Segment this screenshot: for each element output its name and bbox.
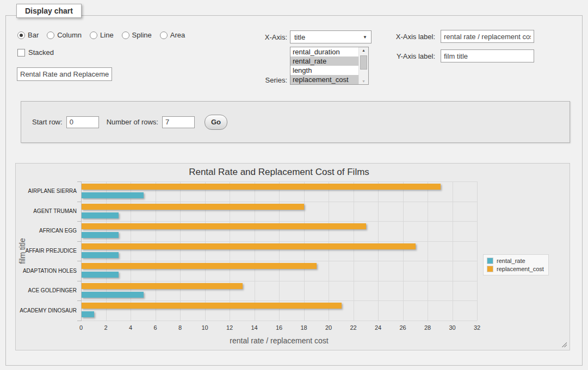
x-tick-label: 30 (442, 324, 463, 331)
gridline (403, 181, 404, 321)
radio-option-column[interactable]: Column (47, 31, 82, 39)
series-option-replacement_cost[interactable]: replacement_cost (290, 75, 361, 84)
series-listbox-label: Series: (228, 76, 287, 84)
number-of-rows-label: Number of rows: (107, 118, 158, 126)
radio-icon[interactable] (160, 32, 168, 39)
gridline (81, 221, 477, 222)
x-tick-label: 32 (466, 324, 488, 331)
axis-tick-mark (77, 221, 81, 222)
legend-label: replacement_cost (497, 266, 544, 272)
bar-replacement_cost-ace-goldfinger[interactable] (82, 283, 243, 289)
go-button[interactable]: Go (205, 115, 227, 130)
x-tick-label: 16 (268, 324, 290, 331)
x-tick-label: 10 (194, 324, 216, 331)
bar-rental_rate-agent-truman[interactable] (82, 212, 119, 218)
bar-rental_rate-airplane-sierra[interactable] (82, 192, 144, 198)
x-axis-label-caption: X-Axis label: (359, 33, 435, 41)
radio-option-area[interactable]: Area (160, 31, 185, 39)
y-axis-label-caption: Y-Axis label: (359, 52, 435, 60)
axis-tick-mark (77, 261, 81, 261)
series-option-rental_duration[interactable]: rental_duration (290, 47, 361, 57)
chart-title: Rental Rate and Replacement Cost of Film… (81, 167, 477, 178)
x-axis-label-input[interactable] (441, 30, 534, 43)
radio-icon[interactable] (90, 32, 97, 39)
x-axis-title: rental rate / replacement cost (81, 336, 477, 345)
stacked-checkbox-row[interactable]: Stacked (17, 48, 54, 57)
start-row-input[interactable] (66, 116, 99, 128)
radio-option-spline[interactable]: Spline (122, 31, 152, 39)
axis-tick-mark (77, 202, 81, 202)
gridline (81, 181, 477, 182)
chart-container: Rental Rate and Replacement Cost of Film… (15, 163, 570, 350)
bar-rental_rate-academy-dinosaur[interactable] (82, 311, 94, 317)
category-label: AGENT TRUMAN (33, 208, 77, 214)
radio-option-line[interactable]: Line (90, 31, 114, 39)
x-tick-label: 8 (169, 324, 191, 331)
radio-icon[interactable] (122, 32, 129, 39)
chart-legend: rental_ratereplacement_cost (483, 254, 549, 275)
bar-rental_rate-ace-goldfinger[interactable] (82, 292, 144, 298)
gridline (354, 181, 354, 321)
gridline (81, 261, 477, 261)
chart-type-radio-group: BarColumnLineSplineArea (17, 31, 185, 39)
bar-rental_rate-african-egg[interactable] (82, 232, 119, 238)
gridline (329, 181, 329, 321)
x-tick-label: 14 (244, 324, 265, 331)
legend-item-replacement_cost[interactable]: replacement_cost (487, 266, 544, 272)
series-listbox[interactable]: rental_durationrental_ratelengthreplacem… (290, 47, 369, 85)
gridline (81, 300, 477, 301)
stacked-label: Stacked (28, 48, 54, 57)
radio-label: Bar (28, 31, 39, 39)
radio-icon[interactable] (47, 32, 54, 39)
category-label: AFFAIR PREJUDICE (26, 248, 77, 254)
bar-replacement_cost-airplane-sierra[interactable] (82, 184, 441, 190)
number-of-rows-input[interactable] (162, 116, 195, 128)
axis-tick-mark (77, 321, 81, 321)
gridline (477, 181, 478, 321)
panel-title: Display chart (16, 4, 82, 18)
series-option-rental_rate[interactable]: rental_rate (290, 57, 361, 66)
legend-item-rental_rate[interactable]: rental_rate (487, 258, 544, 264)
x-axis-select-label: X-Axis: (228, 33, 287, 41)
radio-icon[interactable] (17, 32, 25, 39)
legend-swatch-icon (487, 266, 493, 272)
radio-option-bar[interactable]: Bar (17, 31, 39, 39)
rows-panel: Start row: Number of rows: Go (21, 101, 570, 143)
radio-label: Line (100, 31, 114, 39)
bar-replacement_cost-affair-prejudice[interactable] (82, 243, 416, 249)
bar-rental_rate-adaptation-holes[interactable] (82, 272, 119, 278)
gridline (205, 181, 206, 321)
bar-replacement_cost-agent-truman[interactable] (82, 204, 304, 210)
axis-tick-mark (77, 281, 81, 281)
series-option-length[interactable]: length (290, 66, 361, 75)
gridline (279, 181, 280, 321)
x-tick-label: 12 (219, 324, 240, 331)
category-label: AIRPLANE SIERRA (28, 188, 77, 194)
bar-rental_rate-affair-prejudice[interactable] (82, 252, 119, 258)
x-tick-label: 0 (70, 324, 92, 331)
stacked-checkbox[interactable] (17, 49, 25, 57)
chart-title-input[interactable] (17, 67, 112, 81)
scroll-down-icon[interactable]: ▼ (359, 79, 368, 83)
radio-label: Column (57, 31, 82, 39)
legend-swatch-icon (487, 258, 493, 264)
legend-label: rental_rate (497, 258, 525, 264)
bar-replacement_cost-african-egg[interactable] (82, 223, 366, 229)
gridline (156, 181, 156, 321)
y-axis-label-input[interactable] (441, 49, 534, 62)
gridline (81, 281, 477, 281)
x-tick-label: 18 (293, 324, 315, 331)
x-tick-label: 28 (417, 324, 438, 331)
axis-tick-mark (77, 300, 81, 301)
x-axis-selected-value: title (294, 33, 305, 41)
bar-replacement_cost-adaptation-holes[interactable] (82, 263, 317, 269)
gridline (81, 241, 477, 242)
x-tick-label: 6 (145, 324, 166, 331)
scroll-up-icon[interactable]: ▲ (359, 48, 368, 52)
bar-replacement_cost-academy-dinosaur[interactable] (82, 303, 342, 309)
series-options: rental_durationrental_ratelengthreplacem… (290, 47, 368, 84)
gridline (255, 181, 255, 321)
start-row-label: Start row: (32, 118, 63, 126)
axis-tick-mark (77, 241, 81, 242)
category-label: ACADEMY DINOSAUR (20, 308, 77, 313)
